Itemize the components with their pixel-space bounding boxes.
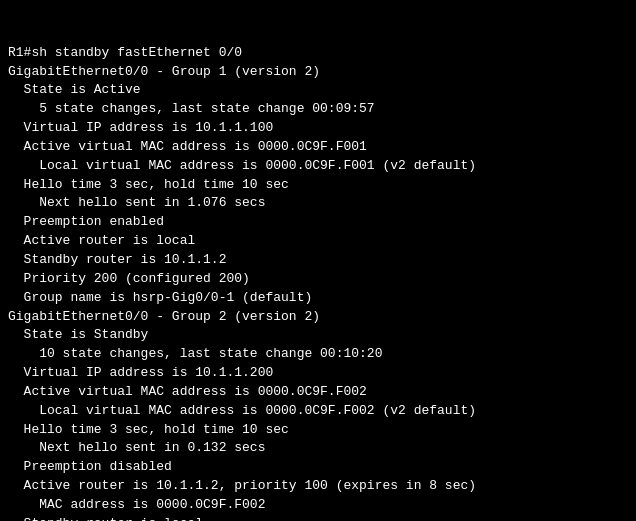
terminal-line: R1#sh standby fastEthernet 0/0 <box>8 45 242 60</box>
terminal-line: Active virtual MAC address is 0000.0C9F.… <box>8 384 367 399</box>
terminal-line: Active virtual MAC address is 0000.0C9F.… <box>8 139 367 154</box>
terminal-line: Active router is 10.1.1.2, priority 100 … <box>8 478 476 493</box>
terminal-line: Next hello sent in 0.132 secs <box>8 440 265 455</box>
terminal-line: 10 state changes, last state change 00:1… <box>8 346 382 361</box>
terminal-line: Standby router is local <box>8 516 203 521</box>
terminal-line: State is Active <box>8 82 141 97</box>
terminal-line: State is Standby <box>8 327 148 342</box>
terminal-output: R1#sh standby fastEthernet 0/0 GigabitEt… <box>8 44 628 521</box>
terminal-line: Local virtual MAC address is 0000.0C9F.F… <box>8 158 476 173</box>
terminal-line: Priority 200 (configured 200) <box>8 271 250 286</box>
terminal-line: Standby router is 10.1.1.2 <box>8 252 226 267</box>
terminal-line: MAC address is 0000.0C9F.F002 <box>8 497 265 512</box>
terminal-line: Local virtual MAC address is 0000.0C9F.F… <box>8 403 476 418</box>
terminal-line: 5 state changes, last state change 00:09… <box>8 101 375 116</box>
terminal-line: Preemption disabled <box>8 459 172 474</box>
terminal-line: Virtual IP address is 10.1.1.100 <box>8 120 273 135</box>
terminal-line: Virtual IP address is 10.1.1.200 <box>8 365 273 380</box>
terminal-line: Group name is hsrp-Gig0/0-1 (default) <box>8 290 312 305</box>
terminal-line: Preemption enabled <box>8 214 164 229</box>
terminal-line: GigabitEthernet0/0 - Group 2 (version 2) <box>8 309 320 324</box>
terminal-line: Active router is local <box>8 233 195 248</box>
terminal-line: Next hello sent in 1.076 secs <box>8 195 265 210</box>
terminal-line: Hello time 3 sec, hold time 10 sec <box>8 177 289 192</box>
terminal-window[interactable]: R1#sh standby fastEthernet 0/0 GigabitEt… <box>0 0 636 521</box>
terminal-line: GigabitEthernet0/0 - Group 1 (version 2) <box>8 64 320 79</box>
terminal-line: Hello time 3 sec, hold time 10 sec <box>8 422 289 437</box>
